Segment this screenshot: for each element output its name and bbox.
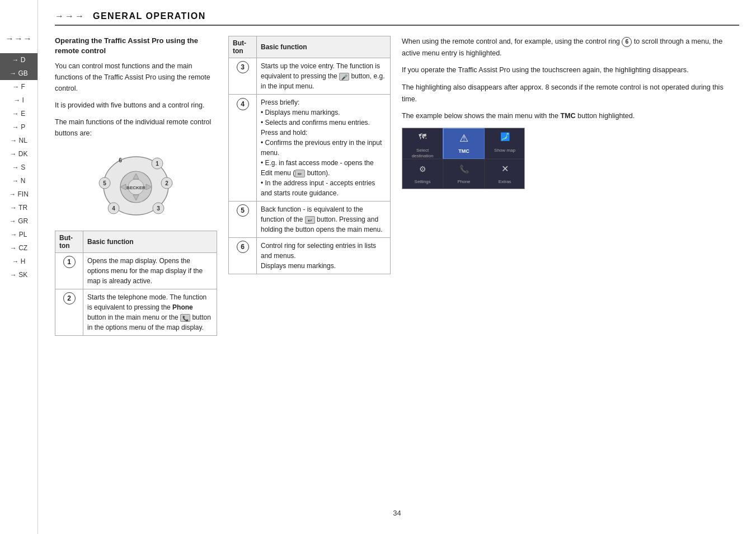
sidebar-item-i[interactable]: → I <box>0 93 37 107</box>
svg-text:5: 5 <box>103 180 106 186</box>
function-desc-5: Back function - is equivalent to the fun… <box>257 202 391 238</box>
svg-text:Settings: Settings <box>415 179 431 184</box>
svg-text:6: 6 <box>119 157 122 163</box>
button-num-2: 2 <box>55 289 83 336</box>
sidebar-item-pl[interactable]: → PL <box>0 228 37 241</box>
sidebar-item-f[interactable]: → F <box>0 80 37 93</box>
sidebar-item-h[interactable]: → H <box>0 255 37 268</box>
table-row: 5 Back function - is equivalent to the f… <box>229 202 391 238</box>
ring-num-inline: 6 <box>622 37 632 47</box>
section-title: Operating the Traffic Assist Pro using t… <box>55 36 217 56</box>
body-text-1: You can control most functions and the m… <box>55 60 217 94</box>
button-num-5: 5 <box>229 202 257 238</box>
main-content: →→→ GENERAL OPERATION Operating the Traf… <box>38 0 756 534</box>
function-table-1: But-ton Basic function 1 Opens the map d… <box>55 231 217 336</box>
right-para-2: If you operate the Traffic Assist Pro us… <box>402 64 739 76</box>
sidebar-item-p[interactable]: → P <box>0 120 37 134</box>
sidebar-item-e[interactable]: → E <box>0 107 37 120</box>
svg-text:✕: ✕ <box>501 164 509 174</box>
body-text-2: It is provided with five buttons and a c… <box>55 100 217 111</box>
sidebar-item-s[interactable]: → S <box>0 161 37 174</box>
svg-text:3: 3 <box>157 205 160 212</box>
right-para-1: When using the remote control and, for e… <box>402 36 739 59</box>
function-desc-3: Starts up the voice entry. The function … <box>257 58 391 95</box>
menu-mockup-svg: 🗺 Select destination ⚠ TMC 🗾 Show map <box>402 128 525 189</box>
svg-text:Show map: Show map <box>494 148 515 153</box>
svg-text:TMC: TMC <box>458 148 469 154</box>
sidebar-item-cz[interactable]: → CZ <box>0 241 37 255</box>
page-title: GENERAL OPERATION <box>93 11 206 21</box>
table1-header-function: Basic function <box>83 231 217 253</box>
sidebar-item-nl[interactable]: → NL <box>0 134 37 147</box>
sidebar-item-gb[interactable]: → GB <box>0 67 37 80</box>
svg-text:2: 2 <box>165 180 168 186</box>
right-para-4: The example below shows the main menu wi… <box>402 110 739 122</box>
sidebar-item-sk[interactable]: → SK <box>0 268 37 282</box>
svg-text:Select: Select <box>416 148 429 153</box>
phone-inline-icon: 📞 <box>180 314 190 322</box>
svg-text:1: 1 <box>156 161 159 167</box>
svg-text:destination: destination <box>412 153 434 158</box>
right-column: When using the remote control and, for e… <box>402 36 739 499</box>
table2-header-button: But-ton <box>229 36 257 58</box>
table1-header-button: But-ton <box>55 231 83 253</box>
svg-rect-33 <box>443 159 485 189</box>
function-table-2: But-ton Basic function 3 Starts up the v… <box>228 36 391 274</box>
button-num-1: 1 <box>55 253 83 289</box>
sidebar-item-fin[interactable]: → FIN <box>0 188 37 201</box>
svg-text:📞: 📞 <box>459 165 469 174</box>
header-arrows: →→→ <box>55 11 85 21</box>
svg-text:BECKER: BECKER <box>126 185 145 190</box>
svg-text:⚠: ⚠ <box>459 133 468 144</box>
function-desc-2: Starts the telephone mode. The function … <box>83 289 217 336</box>
page-number: 34 <box>55 509 739 517</box>
svg-text:⚙: ⚙ <box>419 165 426 174</box>
svg-text:Phone: Phone <box>457 179 471 184</box>
sidebar-item-tr[interactable]: → TR <box>0 201 37 214</box>
body-text-3: The main functions of the individual rem… <box>55 116 217 139</box>
sidebar-item-dk[interactable]: → DK <box>0 147 37 161</box>
table-row: 3 Starts up the voice entry. The functio… <box>229 58 391 95</box>
svg-text:Extras: Extras <box>499 179 511 184</box>
voice-inline-icon: 🎤 <box>339 73 349 81</box>
left-column: Operating the Traffic Assist Pro using t… <box>55 36 217 499</box>
middle-column: But-ton Basic function 3 Starts up the v… <box>228 36 391 499</box>
function-desc-4: Press briefly: • Displays menu markings.… <box>257 95 391 202</box>
right-para-3: The highlighting also disappears after a… <box>402 82 739 105</box>
table-row: 2 Starts the telephone mode. The functio… <box>55 289 217 336</box>
sidebar-item-gr[interactable]: → GR <box>0 214 37 228</box>
table-row: 1 Opens the map display. Opens the optio… <box>55 253 217 289</box>
svg-rect-30 <box>402 159 443 189</box>
sidebar-arrows: →→→ <box>6 34 32 43</box>
svg-text:🗺: 🗺 <box>419 132 426 141</box>
button-num-4: 4 <box>229 95 257 202</box>
remote-svg: BECKER 1 <box>91 147 181 219</box>
menu-mockup: 🗺 Select destination ⚠ TMC 🗾 Show map <box>402 128 525 189</box>
table-row: 4 Press briefly: • Displays menu marking… <box>229 95 391 202</box>
remote-diagram: BECKER 1 <box>91 147 181 219</box>
svg-text:4: 4 <box>112 205 115 212</box>
table2-header-function: Basic function <box>257 36 391 58</box>
sidebar: →→→ → D → GB → F → I → E → P → NL → DK →… <box>0 0 38 534</box>
back-inline-icon: ↩ <box>305 216 315 224</box>
edit-inline-icon: ✏ <box>295 170 305 177</box>
function-desc-1: Opens the map display. Opens the options… <box>83 253 217 289</box>
tmc-bold: TMC <box>560 112 575 120</box>
svg-text:🗾: 🗾 <box>500 132 510 142</box>
function-desc-6: Control ring for selecting entries in li… <box>257 238 391 274</box>
page-header: →→→ GENERAL OPERATION <box>55 11 739 26</box>
content-row: Operating the Traffic Assist Pro using t… <box>55 36 739 499</box>
button-num-6: 6 <box>229 238 257 274</box>
table-row: 6 Control ring for selecting entries in … <box>229 238 391 274</box>
sidebar-item-n[interactable]: → N <box>0 174 37 188</box>
button-num-3: 3 <box>229 58 257 95</box>
sidebar-item-d[interactable]: → D <box>0 53 37 67</box>
